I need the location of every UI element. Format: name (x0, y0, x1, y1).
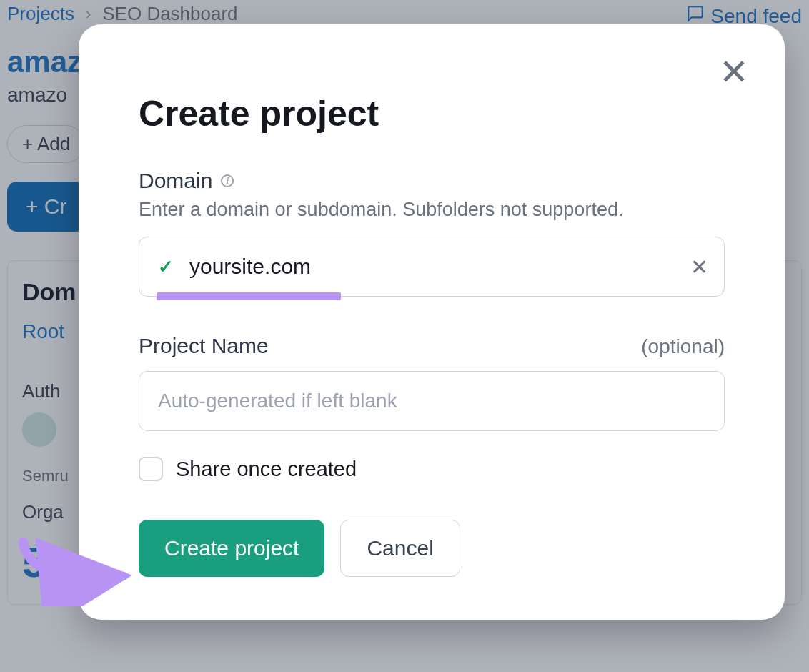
share-checkbox-label: Share once created (176, 458, 357, 481)
domain-help-text: Enter a domain or subdomain. Subfolders … (139, 199, 725, 221)
share-checkbox[interactable] (139, 457, 163, 481)
cancel-button[interactable]: Cancel (340, 520, 460, 577)
check-icon: ✓ (158, 256, 174, 278)
highlight-annotation (157, 292, 341, 300)
create-project-button[interactable]: Create project (139, 520, 324, 577)
create-project-modal: ✕ Create project Domain i Enter a domain… (79, 24, 785, 620)
domain-input[interactable] (189, 255, 681, 279)
clear-input-icon[interactable]: ✕ (690, 255, 708, 280)
close-icon[interactable]: ✕ (719, 54, 749, 90)
optional-label: (optional) (641, 335, 725, 358)
domain-label: Domain (139, 169, 212, 193)
domain-input-wrapper: ✓ ✕ (139, 237, 725, 297)
modal-title: Create project (139, 93, 725, 134)
project-name-input[interactable] (139, 371, 725, 431)
project-name-label: Project Name (139, 334, 269, 358)
info-icon[interactable]: i (221, 174, 234, 187)
